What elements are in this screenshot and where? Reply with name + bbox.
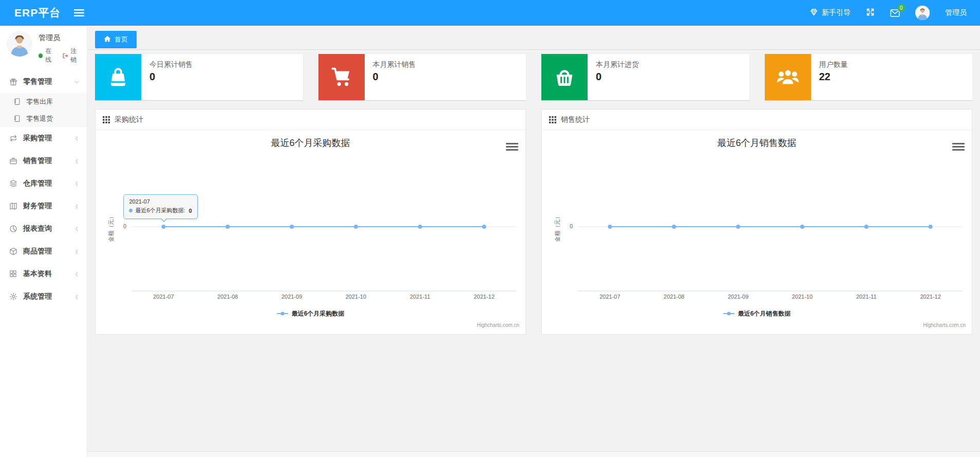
y-axis-tick: 0 xyxy=(111,223,126,229)
sidebar-item-label: 系统管理 xyxy=(23,292,52,301)
sidebar-subitem-0-1[interactable]: 零售退货 xyxy=(0,110,87,127)
sidebar: 管理员 在线 注销 零售管理零售出库零售退货采购管理销售管理仓库管理财务管理报表… xyxy=(0,26,87,457)
tab-home[interactable]: 首页 xyxy=(95,31,137,48)
gear-icon xyxy=(9,293,17,301)
x-axis-label: 2021-09 xyxy=(710,294,766,300)
x-axis-label: 2021-08 xyxy=(199,294,256,300)
sidebar-subitem-label: 零售退货 xyxy=(26,114,53,123)
sidebar-item-label: 财务管理 xyxy=(23,202,52,211)
sales-chart: 最近6个月销售数据金额（元）02021-072021-082021-092021… xyxy=(542,130,972,334)
gift-icon xyxy=(9,78,17,86)
legend-item[interactable]: 最近6个月采购数据 xyxy=(96,309,525,318)
stats-row: 今日累计销售0本月累计销售0本月累计进货0用户数量22 xyxy=(95,54,972,100)
stat-value: 0 xyxy=(596,71,639,83)
legend-item[interactable]: 最近6个月销售数据 xyxy=(542,309,972,318)
legend-label: 最近6个月销售数据 xyxy=(738,309,791,318)
sidebar-item-label: 报表查询 xyxy=(23,224,52,233)
data-point[interactable] xyxy=(290,225,294,229)
grid-icon xyxy=(9,270,17,278)
x-axis-label: 2021-12 xyxy=(456,294,513,300)
highcharts-credit[interactable]: Highcharts.com.cn xyxy=(477,322,519,328)
purchase-chart: 最近6个月采购数据金额（元）02021-072021-082021-092021… xyxy=(96,130,525,334)
chevron-down-icon xyxy=(74,79,80,85)
chevron-left-icon xyxy=(74,271,80,277)
home-icon xyxy=(104,35,111,44)
sidebar-item-8[interactable]: 系统管理 xyxy=(0,285,87,308)
sidebar-menu: 零售管理零售出库零售退货采购管理销售管理仓库管理财务管理报表查询商品管理基本资料… xyxy=(0,70,87,308)
sidebar-item-label: 仓库管理 xyxy=(23,179,52,188)
sidebar-item-1[interactable]: 采购管理 xyxy=(0,127,87,150)
data-point[interactable] xyxy=(672,225,676,229)
user-avatar[interactable] xyxy=(915,6,930,20)
stat-body: 本月累计销售0 xyxy=(365,54,424,100)
data-point[interactable] xyxy=(608,225,612,229)
sidebar-item-3[interactable]: 仓库管理 xyxy=(0,172,87,195)
highcharts-credit[interactable]: Highcharts.com.cn xyxy=(923,322,966,328)
sidebar-avatar[interactable] xyxy=(7,31,32,57)
chevron-left-icon xyxy=(74,249,80,254)
sidebar-subitem-label: 零售出库 xyxy=(26,97,53,106)
x-axis-label: 2021-09 xyxy=(263,294,320,300)
main-content: 首页 今日累计销售0本月累计销售0本月累计进货0用户数量22 采购统计 最近6个… xyxy=(87,26,980,457)
x-axis-label: 2021-10 xyxy=(774,294,831,300)
app-logo[interactable]: ERP平台 xyxy=(0,6,71,20)
data-point[interactable] xyxy=(800,225,804,229)
x-axis-label: 2021-12 xyxy=(902,294,959,300)
sidebar-item-7[interactable]: 基本资料 xyxy=(0,263,87,285)
x-axis-label: 2021-11 xyxy=(838,294,895,300)
data-point[interactable] xyxy=(864,225,869,229)
cart-icon xyxy=(318,54,365,100)
data-point[interactable] xyxy=(225,225,230,229)
purchase-stats-panel: 采购统计 最近6个月采购数据金额（元）02021-072021-082021-0… xyxy=(95,109,526,335)
sidebar-item-2[interactable]: 销售管理 xyxy=(0,150,87,172)
tooltip-category: 2021-07 xyxy=(129,198,192,205)
data-point[interactable] xyxy=(482,225,486,229)
footer-divider xyxy=(87,451,980,457)
tab-home-label: 首页 xyxy=(115,35,128,44)
briefcase-icon xyxy=(9,157,17,165)
chevron-left-icon xyxy=(74,158,80,164)
panel-title: 采购统计 xyxy=(115,115,143,124)
series-dot-icon xyxy=(129,209,133,212)
map-icon xyxy=(9,202,17,210)
x-axis-label: 2021-08 xyxy=(646,294,702,300)
username[interactable]: 管理员 xyxy=(945,8,967,17)
top-navbar: ERP平台 新手引导 0 管理员 xyxy=(0,0,980,26)
x-axis-label: 2021-07 xyxy=(581,294,638,300)
legend-label: 最近6个月采购数据 xyxy=(292,309,345,318)
legend-marker-icon xyxy=(277,310,288,318)
sidebar-item-0[interactable]: 零售管理 xyxy=(0,70,87,93)
bag-icon xyxy=(95,54,141,100)
sidebar-toggle-icon[interactable] xyxy=(74,9,84,17)
chart-tooltip: 2021-07最近6个月采购数据:0 xyxy=(123,194,197,219)
message-count-badge: 0 xyxy=(897,4,905,12)
th-grid-icon xyxy=(103,116,110,123)
sidebar-item-6[interactable]: 商品管理 xyxy=(0,240,87,263)
layers-icon xyxy=(9,179,17,188)
messages-button[interactable]: 0 xyxy=(890,9,900,17)
data-point[interactable] xyxy=(418,225,422,229)
pie-icon xyxy=(9,225,17,233)
logout-link[interactable]: 注销 xyxy=(62,47,82,64)
stat-value: 0 xyxy=(149,71,193,83)
online-dot-icon xyxy=(39,53,43,58)
stat-card-0: 今日累计销售0 xyxy=(95,54,303,100)
data-point[interactable] xyxy=(929,225,933,229)
stat-value: 0 xyxy=(373,71,416,83)
data-point[interactable] xyxy=(354,225,358,229)
package-icon xyxy=(9,247,17,255)
guide-link[interactable]: 新手引导 xyxy=(809,8,851,18)
fullscreen-icon[interactable] xyxy=(866,8,875,18)
online-status: 在线 xyxy=(45,47,56,64)
charts-row: 采购统计 最近6个月采购数据金额（元）02021-072021-082021-0… xyxy=(95,109,972,335)
repeat-icon xyxy=(9,134,17,142)
data-point[interactable] xyxy=(736,225,740,229)
plot-area xyxy=(542,130,972,302)
panel-header: 采购统计 xyxy=(96,109,525,130)
sidebar-item-4[interactable]: 财务管理 xyxy=(0,195,87,217)
sidebar-item-5[interactable]: 报表查询 xyxy=(0,217,87,240)
data-point[interactable] xyxy=(161,225,165,229)
stat-card-3: 用户数量22 xyxy=(765,54,973,100)
sidebar-subitem-0-0[interactable]: 零售出库 xyxy=(0,93,87,110)
x-axis-label: 2021-07 xyxy=(135,294,192,300)
